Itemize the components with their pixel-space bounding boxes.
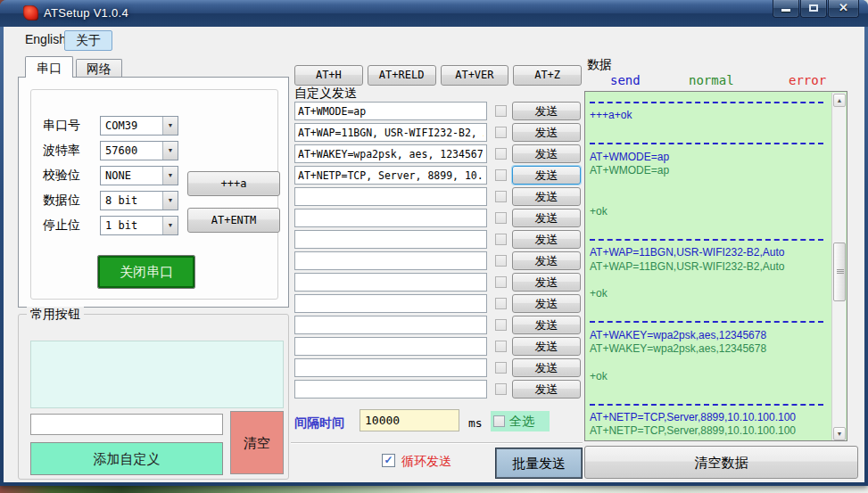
custom-command-input-0[interactable] — [294, 102, 487, 120]
custom-command-input-10[interactable] — [294, 316, 487, 334]
custom-command-checkbox-2[interactable] — [495, 148, 507, 160]
custom-command-checkbox-1[interactable] — [495, 127, 507, 138]
custom-command-input-4[interactable] — [294, 187, 487, 206]
log-line-10 — [590, 233, 829, 246]
custom-send-title: 自定义发送 — [294, 86, 357, 102]
custom-command-checkbox-5[interactable] — [495, 212, 507, 224]
custom-command-checkbox-13[interactable] — [495, 383, 507, 395]
plus-a-button[interactable]: +++a — [187, 171, 280, 196]
common-buttons-list[interactable] — [30, 341, 284, 408]
clear-data-button[interactable]: 清空数据 — [584, 446, 858, 479]
log-line-0 — [590, 95, 829, 109]
custom-send-row-3: 发送 — [294, 166, 582, 185]
custom-command-input-6[interactable] — [294, 230, 487, 249]
log-line-19 — [590, 356, 829, 369]
log-line-8: +ok — [590, 205, 829, 218]
tab-serial[interactable]: 串口 — [25, 56, 73, 78]
close-button[interactable]: ✕ — [828, 0, 859, 18]
scrollbar-thumb[interactable] — [833, 242, 846, 301]
menu-item-about[interactable]: 关于 — [64, 30, 112, 51]
dropdown-value-0: COM39 — [101, 119, 162, 132]
send-button-7[interactable]: 发送 — [512, 251, 581, 270]
quick-command-button-at-z[interactable]: AT+Z — [513, 65, 582, 86]
close-serial-button[interactable]: 关闭串口 — [98, 256, 194, 288]
quick-command-button-at-h[interactable]: AT+H — [294, 65, 363, 86]
custom-command-checkbox-12[interactable] — [495, 362, 507, 374]
send-button-12[interactable]: 发送 — [512, 358, 581, 377]
custom-command-input-1[interactable] — [294, 123, 487, 142]
serial-field-label-0: 串口号 — [43, 118, 80, 134]
chevron-down-icon: ▼ — [162, 217, 178, 234]
custom-command-checkbox-0[interactable] — [495, 105, 507, 117]
log-line-13 — [590, 274, 829, 287]
loop-send-checkbox[interactable]: ✓ — [382, 454, 395, 467]
custom-send-row-9: 发送 — [294, 294, 582, 313]
log-line-6 — [590, 177, 829, 191]
serial-field-label-1: 波特率 — [43, 143, 80, 159]
quick-command-button-at-reld[interactable]: AT+RELD — [368, 65, 436, 86]
close-icon: ✕ — [839, 1, 848, 14]
custom-command-checkbox-11[interactable] — [495, 341, 507, 352]
send-button-13[interactable]: 发送 — [512, 380, 581, 399]
send-button-11[interactable]: 发送 — [512, 337, 581, 356]
custom-command-input-9[interactable] — [294, 294, 487, 313]
send-button-3[interactable]: 发送 — [512, 166, 581, 185]
horizontal-divider — [291, 442, 583, 444]
dropdown-value-2: NONE — [101, 169, 162, 182]
title-bar[interactable]: ATSetup V1.0.4 ✕ — [0, 0, 868, 27]
custom-command-checkbox-7[interactable] — [495, 255, 507, 267]
send-button-8[interactable]: 发送 — [512, 273, 581, 292]
clear-common-button[interactable]: 清空 — [230, 411, 284, 474]
minimize-button[interactable] — [773, 0, 799, 18]
data-log-area[interactable]: +++a+okAT+WMODE=apAT+WMODE=ap+okAT+WAP=1… — [584, 91, 847, 441]
add-custom-button[interactable]: 添加自定义 — [30, 442, 223, 475]
custom-command-input-7[interactable] — [294, 251, 487, 270]
serial-field-dropdown-1[interactable]: 57600▼ — [100, 141, 178, 160]
custom-command-input-8[interactable] — [294, 273, 487, 292]
select-all-checkbox[interactable] — [493, 415, 505, 427]
send-button-4[interactable]: 发送 — [512, 187, 581, 206]
custom-command-input-11[interactable] — [294, 337, 487, 356]
serial-field-row-1: 波特率57600▼ — [43, 141, 266, 160]
serial-field-dropdown-0[interactable]: COM39▼ — [100, 116, 178, 136]
send-button-6[interactable]: 发送 — [512, 230, 581, 249]
log-line-7 — [590, 192, 829, 205]
log-scrollbar[interactable]: ▲ ▼ — [831, 93, 846, 441]
custom-command-checkbox-6[interactable] — [495, 234, 507, 245]
legend-send: send — [610, 73, 641, 87]
send-button-9[interactable]: 发送 — [512, 294, 581, 313]
quick-command-button-at-ver[interactable]: AT+VER — [441, 65, 509, 86]
send-button-1[interactable]: 发送 — [512, 123, 581, 142]
scrollbar-up-arrow[interactable]: ▲ — [833, 94, 846, 107]
custom-command-checkbox-10[interactable] — [495, 319, 507, 331]
log-line-4: AT+WMODE=ap — [590, 151, 829, 164]
custom-command-input-13[interactable] — [294, 380, 487, 399]
custom-command-checkbox-8[interactable] — [495, 276, 507, 288]
common-command-input[interactable] — [30, 414, 223, 435]
custom-command-input-2[interactable] — [294, 144, 487, 163]
send-button-2[interactable]: 发送 — [512, 144, 581, 163]
maximize-button[interactable] — [800, 0, 827, 18]
send-button-0[interactable]: 发送 — [512, 102, 581, 120]
client-area: English 关于 串口 网络 串口号COM39▼波特率57600▼校验位NO… — [4, 27, 864, 482]
send-button-10[interactable]: 发送 — [512, 316, 581, 334]
batch-send-button[interactable]: 批量发送 — [496, 448, 582, 478]
serial-field-dropdown-4[interactable]: 1 bit▼ — [100, 216, 178, 235]
at-entm-button[interactable]: AT+ENTM — [187, 208, 280, 233]
custom-command-checkbox-4[interactable] — [495, 191, 507, 202]
scrollbar-down-arrow[interactable]: ▼ — [833, 427, 846, 440]
send-button-5[interactable]: 发送 — [512, 209, 581, 227]
serial-field-dropdown-3[interactable]: 8 bit▼ — [100, 191, 178, 210]
custom-command-input-3[interactable] — [294, 166, 487, 185]
custom-command-checkbox-9[interactable] — [495, 298, 507, 309]
interval-input[interactable] — [360, 409, 459, 431]
custom-command-checkbox-3[interactable] — [495, 169, 507, 181]
maximize-icon — [809, 4, 818, 12]
custom-command-input-12[interactable] — [294, 358, 487, 377]
serial-field-label-3: 数据位 — [43, 193, 80, 209]
tab-network[interactable]: 网络 — [76, 59, 122, 78]
serial-field-dropdown-2[interactable]: NONE▼ — [100, 166, 178, 185]
custom-send-row-8: 发送 — [294, 273, 582, 292]
custom-command-input-5[interactable] — [294, 209, 487, 227]
desktop-wallpaper: ATSetup V1.0.4 ✕ English 关于 串口 网络 串口号COM… — [0, 0, 868, 493]
